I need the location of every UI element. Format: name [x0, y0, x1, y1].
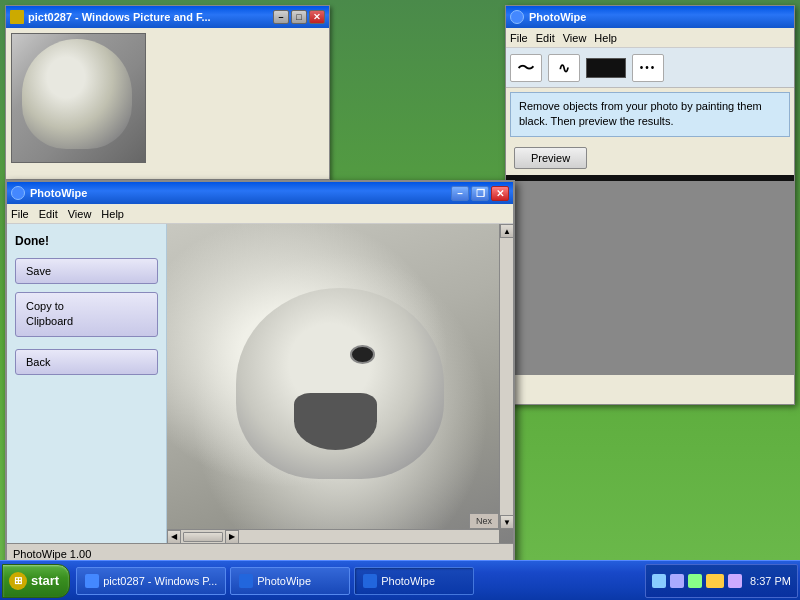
- toolbar-wave2-icon[interactable]: ∿: [548, 54, 580, 82]
- main-photowipe-window: PhotoWipe – ❐ ✕ File Edit View Help Done…: [5, 180, 515, 565]
- photowipe-bg-menu-view[interactable]: View: [563, 32, 587, 44]
- picture-fax-window: pict0287 - Windows Picture and F... – □ …: [5, 5, 330, 180]
- taskbar: ⊞ start pict0287 - Windows P... PhotoWip…: [0, 560, 800, 600]
- parrot-eye: [350, 345, 375, 364]
- preview-button[interactable]: Preview: [514, 147, 587, 169]
- scrollbar-thumb-h[interactable]: [183, 532, 223, 542]
- picture-fax-content: [6, 28, 329, 179]
- parrot-beak: [294, 393, 377, 450]
- main-menu-view[interactable]: View: [68, 208, 92, 220]
- photowipe-bg-menu-edit[interactable]: Edit: [536, 32, 555, 44]
- main-titlebar[interactable]: PhotoWipe – ❐ ✕: [7, 182, 513, 204]
- photowipe-bg-titlebar[interactable]: PhotoWipe: [506, 6, 794, 28]
- main-close-btn[interactable]: ✕: [491, 186, 509, 201]
- scroll-down-btn[interactable]: ▼: [500, 515, 513, 529]
- main-parrot-image: [167, 224, 513, 543]
- scroll-left-btn[interactable]: ◀: [167, 530, 181, 544]
- tray-icon-2: [670, 574, 684, 588]
- main-win-controls: – ❐ ✕: [451, 186, 509, 201]
- taskbar-photowipe1-label: PhotoWipe: [257, 575, 311, 587]
- scroll-up-btn[interactable]: ▲: [500, 224, 513, 238]
- photowipe-background-window: PhotoWipe File Edit View Help 〜 ∿ ••• Re…: [505, 5, 795, 405]
- statusbar-text: PhotoWipe 1.00: [13, 548, 91, 560]
- main-menu-help[interactable]: Help: [101, 208, 124, 220]
- taskbar-photowipe2-icon: [363, 574, 377, 588]
- photowipe-bg-toolbar: 〜 ∿ •••: [506, 48, 794, 88]
- toolbar-wave-icon[interactable]: 〜: [510, 54, 542, 82]
- taskbar-photowipe1-icon: [239, 574, 253, 588]
- picture-fax-controls: – □ ✕: [273, 10, 325, 24]
- scroll-right-btn[interactable]: ▶: [225, 530, 239, 544]
- main-content-area: Done! Save Copy toClipboard Back ◀ ▶ ▲ ▼: [7, 224, 513, 543]
- taskbar-picture-label: pict0287 - Windows P...: [103, 575, 217, 587]
- save-button[interactable]: Save: [15, 258, 158, 284]
- system-tray: 8:37 PM: [645, 564, 798, 598]
- tray-icon-3: [688, 574, 702, 588]
- main-menubar: File Edit View Help: [7, 204, 513, 224]
- photowipe-bg-menu-help[interactable]: Help: [594, 32, 617, 44]
- next-area[interactable]: Nex: [469, 513, 499, 529]
- vertical-scrollbar[interactable]: ▲ ▼: [499, 224, 513, 529]
- start-label: start: [31, 573, 59, 588]
- toolbar-dots-icon[interactable]: •••: [632, 54, 664, 82]
- tray-icon-5: [728, 574, 742, 588]
- back-button[interactable]: Back: [15, 349, 158, 375]
- photowipe-bg-menubar: File Edit View Help: [506, 28, 794, 48]
- tray-icon-4: [706, 574, 724, 588]
- taskbar-photowipe2-label: PhotoWipe: [381, 575, 435, 587]
- main-sidebar: Done! Save Copy toClipboard Back: [7, 224, 167, 543]
- taskbar-picture-icon: [85, 574, 99, 588]
- photowipe-bg-icon: [510, 10, 524, 24]
- picture-fax-maximize[interactable]: □: [291, 10, 307, 24]
- windows-logo: ⊞: [9, 572, 27, 590]
- tray-icon-1: [652, 574, 666, 588]
- picture-fax-titlebar[interactable]: pict0287 - Windows Picture and F... – □ …: [6, 6, 329, 28]
- copy-clipboard-button[interactable]: Copy toClipboard: [15, 292, 158, 337]
- main-window-icon: [11, 186, 25, 200]
- picture-fax-icon: [10, 10, 24, 24]
- taskbar-item-photowipe2[interactable]: PhotoWipe: [354, 567, 474, 595]
- toolbar-black-rect[interactable]: [586, 58, 626, 78]
- picture-fax-minimize[interactable]: –: [273, 10, 289, 24]
- done-status: Done!: [15, 232, 158, 250]
- parrot-preview-image: [12, 34, 145, 162]
- main-menu-file[interactable]: File: [11, 208, 29, 220]
- main-minimize-btn[interactable]: –: [451, 186, 469, 201]
- picture-fax-image: [11, 33, 146, 163]
- photowipe-bg-title-text: PhotoWipe: [529, 11, 586, 23]
- main-image-area[interactable]: ◀ ▶ ▲ ▼ Nex: [167, 224, 513, 543]
- photowipe-bg-canvas: [506, 175, 794, 375]
- photowipe-bg-description: Remove objects from your photo by painti…: [510, 92, 790, 137]
- photowipe-bg-menu-file[interactable]: File: [510, 32, 528, 44]
- main-menu-edit[interactable]: Edit: [39, 208, 58, 220]
- picture-fax-close[interactable]: ✕: [309, 10, 325, 24]
- taskbar-item-picture[interactable]: pict0287 - Windows P...: [76, 567, 226, 595]
- start-button[interactable]: ⊞ start: [2, 564, 70, 598]
- main-window-title: PhotoWipe: [30, 187, 87, 199]
- taskbar-item-photowipe1[interactable]: PhotoWipe: [230, 567, 350, 595]
- next-label: Nex: [476, 516, 492, 526]
- parrot-head: [236, 288, 444, 479]
- main-restore-btn[interactable]: ❐: [471, 186, 489, 201]
- clock: 8:37 PM: [750, 575, 791, 587]
- picture-fax-title: pict0287 - Windows Picture and F...: [28, 11, 211, 23]
- horizontal-scrollbar[interactable]: ◀ ▶: [167, 529, 499, 543]
